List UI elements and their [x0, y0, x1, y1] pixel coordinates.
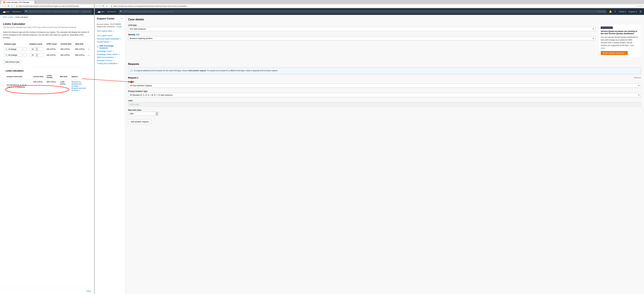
count-down-1[interactable]: ▼: [36, 49, 38, 51]
ext-icon-plans: ↗: [113, 30, 114, 32]
breadcrumb: EC2 › Limits › Limits calculator: [0, 15, 94, 20]
developer-forums-link[interactable]: Developer Forums ↗: [97, 60, 123, 62]
result-col-name: Instance limit name: [6, 74, 32, 80]
knowledge-center-link[interactable]: Knowledge Center ↗: [97, 50, 123, 52]
count-spin-2[interactable]: ▲ ▼: [36, 54, 38, 57]
right-back-btn[interactable]: ‹: [96, 4, 98, 8]
new-limit-input[interactable]: [128, 112, 155, 116]
breadcrumb-ec2[interactable]: EC2: [3, 16, 6, 18]
new-limit-input-wrapper[interactable]: ▲ ▼: [128, 112, 158, 116]
tab-bar: ■ Limits calculator | EC2 Manage... × +: [0, 0, 644, 4]
remove-request-btn[interactable]: Remove: [634, 77, 641, 79]
instance-search-1[interactable]: 🔍 ×: [4, 48, 27, 51]
count-input-1[interactable]: ▲ ▼: [30, 48, 44, 51]
region-select[interactable]: US East (Northern Virginia): [128, 84, 641, 88]
case-details-title: Case details: [128, 18, 641, 21]
trusted-advisor-link[interactable]: Trusted Advisor ↗: [97, 41, 123, 43]
more-menu-icon[interactable]: ⋯: [638, 5, 640, 7]
ext-icon-kc: ↗: [112, 50, 114, 52]
count-value-2[interactable]: [30, 54, 36, 57]
ext-icon-quota: ↗: [625, 52, 626, 54]
count-down-2[interactable]: ▼: [36, 55, 38, 57]
right-address-bar[interactable]: 🔒 https://console.aws.amazon.com/support…: [109, 4, 636, 8]
severity-select[interactable]: Business impairing question: [128, 36, 596, 40]
count-value-1[interactable]: [30, 48, 36, 51]
result-new-limit: 1,040 vCPUs: [58, 80, 70, 93]
case-details-panel: Case details Limit type EC2 Spot Instanc…: [125, 15, 644, 294]
result-col-current: Current limit: [32, 74, 46, 80]
aws-services-right[interactable]: Services ▾: [107, 10, 116, 13]
your-support-cases-label: Your support cases: [97, 34, 123, 36]
right-refresh-btn[interactable]: ↻: [102, 4, 105, 8]
aws-search-input-left[interactable]: [28, 10, 81, 12]
aws-search-right[interactable]: 🔍 [Option+S]: [118, 10, 606, 13]
instance-type-input-2[interactable]: [8, 54, 22, 56]
requests-title: Requests: [128, 63, 641, 66]
breadcrumb-current: Limits calculator: [15, 16, 28, 18]
on-demand-limit-link[interactable]: Request on-demand limit increase: [72, 81, 82, 87]
gear-icon[interactable]: ⚙: [640, 10, 642, 13]
severity-info-link[interactable]: Info: [136, 34, 140, 36]
limit-select[interactable]: vCPU Limit: [128, 102, 641, 106]
count-up-2[interactable]: ▲: [36, 54, 38, 55]
bookmark-icon[interactable]: ☆: [640, 5, 642, 7]
training-certification-link[interactable]: Training and Certification ↗: [97, 62, 123, 64]
personal-health-link[interactable]: Personal Health Dashboard ↗: [97, 38, 123, 40]
spot-limit-link[interactable]: Request spot limit increase: [72, 87, 86, 92]
ext-icon-kcv: ↗: [118, 54, 120, 55]
count-input-2[interactable]: ▲ ▼: [30, 54, 44, 57]
left-address-bar[interactable]: 🔒 https://console.aws.amazon.com/ec2/v2/…: [14, 4, 92, 8]
limit-label: Limit: [128, 100, 641, 102]
support-center-header: Support Center ×: [95, 15, 125, 22]
count-up-1[interactable]: ▲: [36, 48, 38, 49]
remove-row-1[interactable]: ×: [88, 48, 90, 50]
aws-services-left[interactable]: Services ▾: [12, 10, 22, 13]
aws-search-left[interactable]: 🔍 [Option+S]: [24, 10, 92, 13]
instance-search-2[interactable]: 🔍 ×: [4, 54, 27, 57]
instance-type-input-1[interactable]: [8, 48, 22, 50]
limit-type-select[interactable]: EC2 Spot Instances: [128, 27, 596, 31]
clear-instance-2[interactable]: ×: [22, 54, 24, 56]
new-limit-up[interactable]: ▲: [156, 112, 158, 114]
knowledge-resources-section: ▼ AWS Knowledge resources Knowledge Cent…: [97, 45, 123, 64]
support-close-btn[interactable]: ×: [122, 17, 123, 20]
aws-search-shortcut-right: [Option+S]: [597, 11, 605, 12]
aws-support[interactable]: Support ▾: [628, 10, 637, 13]
knowledge-resources-header[interactable]: ▼ AWS Knowledge resources: [97, 45, 123, 49]
left-home-btn[interactable]: ⌂: [11, 4, 13, 8]
tab-favicon: ■: [3, 1, 5, 3]
view-support-plans[interactable]: View support plans ↗: [97, 30, 123, 32]
search-icon-left: 🔍: [25, 10, 28, 12]
lock-icon: 🔒: [16, 5, 18, 7]
remove-row-2[interactable]: ×: [88, 54, 90, 56]
new-limit-down[interactable]: ▼: [156, 114, 158, 116]
service-quotas-dashboard-btn[interactable]: Service Quotas dashboard ↗: [601, 51, 628, 55]
your-support-cases-link[interactable]: Your support cases: [97, 34, 112, 36]
new-limit-label: New limit value: [128, 109, 641, 111]
aws-documentation-link[interactable]: AWS Documentation ↗: [97, 56, 123, 58]
limits-calculator-desc: Use this tool to calculate how many vCPU…: [3, 26, 91, 28]
count-spin-1[interactable]: ▲ ▼: [36, 48, 38, 51]
left-forward-btn[interactable]: ›: [4, 4, 6, 8]
add-another-request-btn[interactable]: Add another request: [128, 119, 151, 124]
new-limit-spin[interactable]: ▲ ▼: [155, 112, 158, 116]
close-btn[interactable]: Close: [86, 290, 91, 292]
clear-instance-1[interactable]: ×: [22, 48, 24, 50]
tab-close-btn[interactable]: ×: [32, 1, 32, 3]
bell-icon[interactable]: 🔔: [609, 10, 612, 13]
aws-global[interactable]: Global ▾: [619, 10, 626, 13]
add-instance-btn[interactable]: Add instance type: [3, 60, 22, 64]
support-plan-change-link[interactable]: Change: [116, 26, 122, 28]
primary-instance-select[interactable]: All Standard (A, C, D, H, I, M, R, T, Z)…: [128, 93, 641, 97]
right-forward-btn[interactable]: ›: [99, 4, 101, 8]
aws-search-input-right[interactable]: [123, 10, 596, 12]
result-col-vcpus: vCPUs needed: [46, 74, 58, 80]
right-home-btn[interactable]: ⌂: [106, 4, 108, 8]
active-tab[interactable]: ■ Limits calculator | EC2 Manage... ×: [1, 0, 34, 4]
request-1-label: Request 1: [128, 76, 138, 79]
left-back-btn[interactable]: ‹: [2, 4, 3, 8]
new-tab-btn[interactable]: +: [34, 1, 36, 4]
knowledge-center-videos-link[interactable]: Knowledge Center videos ↗: [97, 53, 123, 56]
breadcrumb-limits[interactable]: Limits: [8, 16, 13, 18]
left-refresh-btn[interactable]: ↻: [7, 4, 10, 8]
